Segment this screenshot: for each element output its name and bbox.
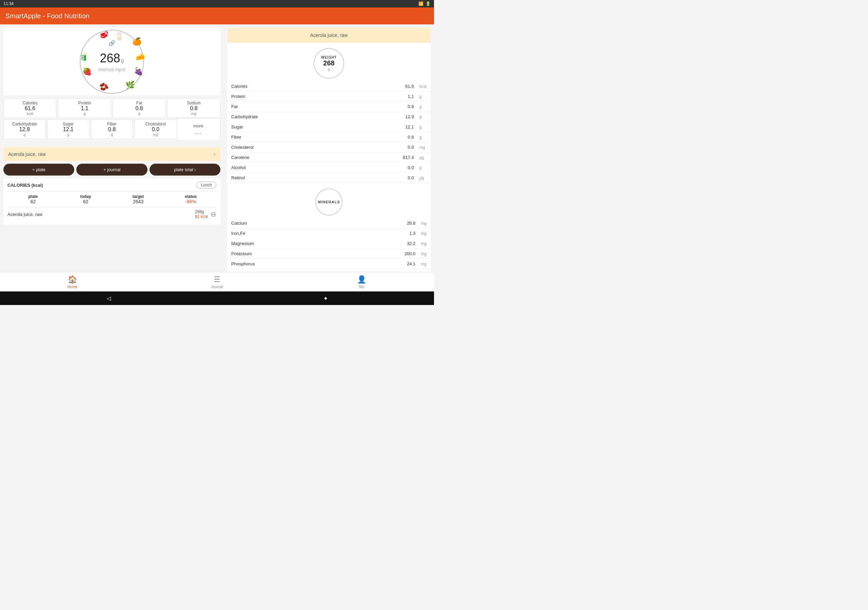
nutrient-unit: g (418, 132, 431, 142)
home-icon: 🏠 (68, 275, 77, 284)
nutrient-row: Alcohol 0.0 g (227, 163, 431, 173)
nutrition-protein: Protein 1.1 g (58, 98, 111, 118)
nutrition-fiber: Fiber 0.8 g (91, 119, 133, 139)
weight-circle: WEIGHT 268 g (314, 48, 344, 79)
journal-icon: ☰ (214, 275, 220, 284)
nutrient-row: Cholesterol 0.0 mg (227, 142, 431, 153)
calories-section: CALORIES (kcal) Lunch plate 62 today 62 … (3, 178, 220, 224)
minerals-table: Calcium 26.8 mg Iron,Fe 1.3 mg Magnesium… (227, 218, 431, 272)
home-button[interactable]: ● (324, 295, 327, 301)
nutrient-unit: kcal (418, 81, 431, 91)
food-icon-cheese: 🧀 (136, 53, 145, 61)
nutrient-name: Alcohol (227, 163, 398, 173)
mineral-unit: mg (419, 259, 431, 269)
nutrient-unit: g (418, 122, 431, 132)
weight-circle-area: WEIGHT 268 g (227, 43, 431, 81)
minerals-section: MINERALS (227, 183, 431, 218)
nutrient-unit: μg (418, 153, 431, 163)
stat-target: target 2643 (113, 194, 164, 204)
nutrient-value: 817.4 (398, 153, 418, 163)
minerals-label: MINERALS (318, 200, 340, 204)
food-log-item: Acerola juice, raw 268g 62 kcal ⊖ (8, 207, 216, 221)
left-panel: 🔗 🥩 🥛 🍊 🧀 🍇 🌿 🫘 🍓 🧃 268 g manual (0, 25, 224, 272)
status-bar: 11:34 📶 🔋 (0, 0, 434, 8)
nutrient-name: Sugar (227, 122, 398, 132)
calories-header: CALORIES (kcal) Lunch (8, 182, 216, 192)
mineral-name: Potassium (227, 249, 399, 259)
mineral-value: 1.3 (399, 228, 419, 238)
stat-plate: plate 62 (8, 194, 59, 204)
mineral-name: Magnesium (227, 238, 399, 249)
android-nav: ◁ ● (0, 291, 434, 305)
back-button[interactable]: ◁ (107, 295, 111, 302)
mineral-value: 24.1 (399, 259, 419, 269)
mineral-unit: mg (419, 228, 431, 238)
nutrient-row: Fiber 0.8 g (227, 132, 431, 142)
calories-title: CALORIES (kcal) (8, 183, 43, 188)
nav-journal[interactable]: ☰ Journal (145, 275, 290, 289)
nutrient-row: Protein 1.1 g (227, 91, 431, 102)
minerals-circle: MINERALS (315, 189, 343, 215)
status-time: 11:34 (3, 2, 14, 6)
more-overlay: more ... (176, 118, 220, 141)
weight-unit: g (328, 67, 330, 71)
right-panel: Acerola juice, raw WEIGHT 268 g Calories… (224, 25, 434, 272)
nutrient-name: Cholesterol (227, 142, 398, 153)
nav-home[interactable]: 🏠 Home (0, 275, 145, 289)
app-title: SmartApple - Food Nutrition (5, 12, 90, 20)
food-icon-strawberry: 🍓 (82, 67, 91, 76)
mineral-row: Potassium 260.0 mg (227, 249, 431, 259)
food-item-name: Acerola juice, raw (8, 152, 46, 157)
person-icon: 👤 (357, 275, 366, 284)
nutrients-table: Calories 61.6 kcal Protein 1.1 g Fat 0.8… (227, 81, 431, 183)
nutrient-row: Fat 0.8 g (227, 102, 431, 112)
nutrient-name: Protein (227, 91, 398, 102)
nutrition-carb: Carbohydrate 12.9 g (3, 119, 46, 139)
mineral-row: Sodium 8.0 mg (227, 269, 431, 272)
weight-value: 268 (323, 59, 334, 67)
nutrient-name: Calories (227, 81, 398, 91)
nutrient-value: 61.6 (398, 81, 418, 91)
nutrient-unit: μg (418, 173, 431, 183)
food-icon-grapes: 🍇 (134, 67, 143, 76)
stat-status: status -98% (165, 194, 216, 204)
food-item-bar[interactable]: Acerola juice, raw › (3, 147, 220, 161)
mineral-name: Sodium (227, 269, 399, 272)
nutrient-value: 0.0 (398, 163, 418, 173)
nutrient-row: Calories 61.6 kcal (227, 81, 431, 91)
wheel-input-label: manual input (98, 67, 126, 72)
wheel-container: 🔗 🥩 🥛 🍊 🧀 🍇 🌿 🫘 🍓 🧃 268 g manual (80, 29, 144, 94)
nutrition-row2: Carbohydrate 12.9 g Sugar 12.1 g Fiber 0… (3, 119, 177, 139)
calories-stats: plate 62 today 62 target 2643 status -98… (8, 194, 216, 207)
plate-button[interactable]: + plate (3, 164, 74, 175)
stat-today: today 62 (60, 194, 111, 204)
nutrient-name: Fiber (227, 132, 398, 142)
nutrient-name: Carotene (227, 153, 398, 163)
battery-icon: 🔋 (426, 2, 431, 6)
food-right: 268g 62 kcal ⊖ (195, 209, 216, 219)
mineral-name: Calcium (227, 218, 399, 228)
mineral-value: 260.0 (399, 249, 419, 259)
nutrient-name: Carbohydrate (227, 112, 398, 122)
nutrient-value: 0.8 (398, 132, 418, 142)
remove-button[interactable]: ⊖ (211, 211, 216, 218)
food-icon-milk: 🥛 (115, 32, 124, 41)
lunch-badge[interactable]: Lunch (196, 182, 216, 189)
wheel-weight-value: 268 (100, 51, 120, 65)
nutrition-detail-header: Acerola juice, raw (227, 28, 431, 43)
more-button[interactable]: more ... (176, 118, 220, 141)
nutrient-name: Retinol (227, 173, 398, 183)
food-item-chevron: › (214, 150, 215, 158)
food-icon-soy: 🫘 (99, 82, 108, 91)
journal-button[interactable]: + journal (76, 164, 147, 175)
app-bar: SmartApple - Food Nutrition (0, 8, 434, 25)
nav-me[interactable]: 👤 Me (289, 275, 434, 289)
mineral-name: Iron,Fe (227, 228, 399, 238)
mineral-value: 8.0 (399, 269, 419, 272)
wheel-weight-display: 268 g (100, 51, 124, 65)
link-icon: 🔗 (108, 40, 115, 46)
main-content: 🔗 🥩 🥛 🍊 🧀 🍇 🌿 🫘 🍓 🧃 268 g manual (0, 25, 434, 272)
nutrient-value: 1.1 (398, 91, 418, 102)
plate-total-button[interactable]: plate total › (150, 164, 220, 175)
detail-food-name: Acerola juice, raw (310, 33, 348, 38)
